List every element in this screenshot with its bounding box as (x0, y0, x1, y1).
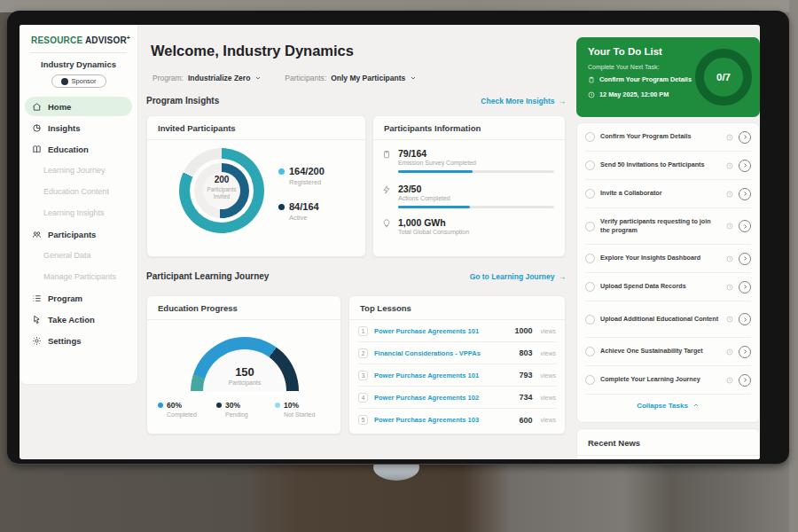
sidebar-item-manage-participants[interactable]: Manage Participants (20, 266, 137, 287)
clock-icon (726, 284, 733, 291)
lesson-views: 793 (519, 371, 532, 379)
task-row: Upload Spend Data Records (585, 273, 751, 301)
task-go-button[interactable] (739, 374, 751, 387)
program-filter-value: Industrialize Zero (188, 74, 250, 82)
invited-total-label: Participants Invited (202, 186, 241, 200)
sidebar-item-education[interactable]: Education (20, 138, 137, 160)
recent-news-card: Recent News (576, 428, 760, 459)
stat-global-consumption: 1,000 GWh Total Global Consumption (382, 217, 558, 235)
sidebar-item-label: Learning Journey (43, 166, 106, 175)
lesson-link[interactable]: Power Purchase Agreements 101 (374, 327, 508, 335)
participants-icon (32, 230, 42, 239)
not-started-dot (275, 403, 280, 408)
sidebar-item-general-data[interactable]: General Data (20, 245, 137, 266)
task-checkbox[interactable] (585, 189, 595, 199)
completed-label: Completed (167, 411, 216, 418)
participants-filter-dropdown[interactable]: Participants: Only My Participants (285, 74, 417, 82)
lesson-row: 3 Power Purchase Agreements 101 793views (358, 364, 556, 387)
task-label: Achieve One Sustainability Target (600, 347, 721, 356)
donut-center-label: 200 Participants Invited (192, 175, 252, 200)
sidebar-item-label: Insights (48, 123, 80, 133)
task-label: Send 50 Invitations to Participants (600, 160, 721, 169)
task-checkbox[interactable] (585, 132, 595, 142)
task-go-button[interactable] (739, 281, 751, 293)
lesson-views-label: views (540, 328, 556, 334)
active-label: Active (289, 214, 319, 222)
lesson-row: 2 Financial Considerations - VPPAs 803vi… (358, 342, 556, 364)
legend-pending: 30% Pending (216, 401, 275, 418)
lesson-rank: 1 (358, 326, 368, 336)
recent-news-heading: Recent News (577, 429, 759, 456)
task-row: Achieve One Sustainability Target (585, 338, 751, 366)
lesson-row: 1 Power Purchase Agreements 101 1000view… (358, 320, 556, 342)
task-go-button[interactable] (739, 253, 751, 265)
task-go-button[interactable] (739, 346, 751, 358)
task-go-button[interactable] (739, 131, 751, 144)
gauge-value-label: Participants (191, 379, 299, 386)
task-row: Explore Your Insights Dashboard (585, 245, 751, 273)
sidebar-item-learning-journey[interactable]: Learning Journey (20, 160, 137, 181)
collapse-tasks-link[interactable]: Collapse Tasks (577, 395, 759, 416)
todo-subtitle: Complete Your Next Task: (588, 64, 659, 70)
clock-icon (726, 348, 733, 356)
check-more-insights-link[interactable]: Check More Insights→ (481, 97, 566, 106)
clock-icon (726, 223, 733, 230)
sidebar-item-learning-insights[interactable]: Learning Insights (20, 202, 137, 223)
sidebar-item-home[interactable]: Home (25, 97, 132, 116)
logo-plus: + (127, 35, 130, 41)
sidebar-item-education-content[interactable]: Education Content (20, 181, 137, 202)
background-right-band (789, 0, 798, 532)
clock-icon (726, 255, 733, 262)
lesson-rank: 5 (358, 415, 368, 425)
active-dot (278, 204, 285, 210)
progress-fill (398, 170, 473, 173)
gauge-legend: 60% Completed 30% Pending 10% Not Starte… (158, 401, 333, 418)
task-row: Invite a Collaborator (585, 180, 751, 208)
registered-label: Registered (289, 178, 325, 186)
lesson-link[interactable]: Power Purchase Agreements 103 (374, 416, 512, 424)
participants-information-card: Participants Information 79/164 Emission… (372, 115, 566, 257)
lesson-link[interactable]: Financial Considerations - VPPAs (374, 349, 512, 357)
task-go-button[interactable] (739, 160, 751, 172)
sponsor-badge-label: Sponsor (72, 77, 97, 85)
program-filter-dropdown[interactable]: Program: Industrialize Zero (153, 74, 262, 82)
task-row: Verify participants requesting to join t… (585, 208, 751, 245)
task-checkbox[interactable] (585, 282, 595, 292)
link-label: Check More Insights (481, 97, 554, 106)
task-go-button[interactable] (739, 313, 751, 325)
sidebar-item-label: Learning Insights (43, 208, 105, 217)
sidebar-item-program[interactable]: Program (20, 287, 137, 309)
sidebar-item-label: Settings (48, 336, 81, 346)
sidebar-item-label: Education (48, 145, 89, 154)
pending-label: Pending (225, 411, 275, 418)
gauge-center-label: 150 Participants (191, 365, 299, 386)
education-progress-card: Education Progress 150 Participants 60% … (146, 295, 341, 434)
lesson-link[interactable]: Power Purchase Agreements 102 (374, 394, 512, 402)
sidebar-nav: Home Insights Education Learning Journey… (20, 97, 137, 351)
sidebar-item-settings[interactable]: Settings (20, 330, 137, 351)
task-checkbox[interactable] (585, 222, 595, 231)
task-checkbox[interactable] (585, 160, 595, 170)
sidebar-item-take-action[interactable]: Take Action (20, 309, 137, 330)
clock-icon (726, 134, 733, 141)
dashboard-screen: RESOURCE ADVISOR+ Industry Dynamics Spon… (20, 25, 760, 459)
todo-next-task: Confirm Your Program Details (588, 75, 692, 83)
task-checkbox[interactable] (585, 375, 595, 385)
task-checkbox[interactable] (585, 315, 595, 325)
legend-not-started: 10% Not Started (275, 401, 333, 418)
go-to-learning-journey-link[interactable]: Go to Learning Journey→ (470, 272, 566, 281)
task-checkbox[interactable] (585, 347, 595, 356)
clock-icon (726, 316, 733, 323)
completed-dot (158, 403, 163, 408)
lesson-link[interactable]: Power Purchase Agreements 101 (374, 372, 512, 379)
arrow-right-icon: → (559, 97, 567, 106)
sidebar-item-insights[interactable]: Insights (20, 117, 137, 138)
task-go-button[interactable] (739, 188, 751, 200)
todo-task-list: Confirm Your Program Details Send 50 Inv… (576, 122, 760, 423)
task-go-button[interactable] (739, 220, 751, 232)
stat-emission-survey: 79/164 Emission Survey Completed (382, 148, 558, 173)
sidebar-item-participants[interactable]: Participants (20, 223, 137, 245)
pending-dot (216, 403, 222, 408)
legend-active: 84/164 Active (278, 201, 319, 222)
task-checkbox[interactable] (585, 254, 595, 263)
